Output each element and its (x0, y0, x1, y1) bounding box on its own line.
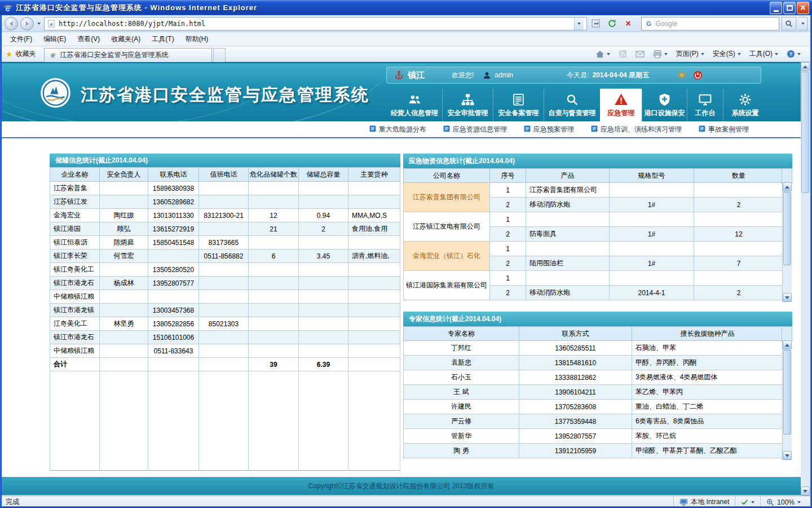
search-button[interactable] (782, 17, 797, 30)
table-row[interactable]: 中储粮镇江粮 (50, 290, 400, 304)
subnav-item-3[interactable]: 应急预案管理 (524, 125, 574, 134)
favorites-button[interactable]: ★收藏夹 (0, 49, 42, 59)
home-button[interactable] (592, 48, 614, 60)
nav-item-label: 港口设施保安 (645, 108, 685, 118)
back-button[interactable] (5, 17, 18, 30)
table-row[interactable]: 镇江市港龙石15106101006 (50, 331, 400, 344)
tools-menu-button[interactable]: 工具(O) (746, 47, 782, 60)
table-cell (694, 271, 784, 286)
table-row[interactable]: 陶 勇13912105959甲缩醛、甲基异丁基酮、乙酸乙酯 (404, 444, 783, 458)
table-row[interactable]: 金海宏业（镇江）石化1 (404, 242, 784, 256)
table-cell (100, 344, 148, 358)
scroll-up-button[interactable] (783, 182, 792, 191)
table-row[interactable]: 镇江港国顾弘13615272919212食用油,食用 (50, 222, 400, 236)
nav-item-1[interactable]: 经营人信息管理 (387, 89, 442, 121)
search-options-dropdown[interactable] (798, 17, 807, 30)
address-input[interactable]: e http://localhost:8080/yjpt/Main.html (44, 17, 587, 30)
table-row[interactable]: 江苏镇江发13605289682 (50, 195, 400, 209)
table-row[interactable]: 镇江李长荣何雪宏0511-85688263.45沥青,燃料油, (50, 249, 400, 263)
table-row[interactable]: 石小玉133388128623类易燃液体、4类易燃固体 (404, 370, 783, 385)
supplies-scrollbar[interactable] (782, 182, 792, 302)
column-header: 联系电话 (148, 168, 199, 182)
welcome-text: 欢迎您! (452, 71, 474, 80)
nav-item-6[interactable]: 港口设施保安 (642, 89, 687, 121)
scroll-down-button[interactable] (783, 293, 792, 302)
url-text: http://localhost:8080/yjpt/Main.html (59, 20, 205, 28)
table-row[interactable]: 袁新忠13815481610甲醇、异丙醇、丙酮 (404, 356, 783, 370)
subnav-item-2[interactable]: 应急资源信息管理 (443, 125, 507, 134)
scroll-down-button[interactable] (783, 451, 792, 460)
stop-button[interactable]: × (621, 17, 636, 30)
table-cell (100, 290, 148, 304)
web-page: 江苏省港口安全监管与应急管理系统 镇江 欢迎您! admin 今天是: 2014… (2, 62, 801, 496)
new-tab-button[interactable] (213, 48, 226, 62)
table-row[interactable]: 许建民13705283608重油、白蜡油、丁二烯 (404, 400, 783, 414)
form-icon (699, 125, 705, 134)
table-row[interactable]: 镇江奇美化工13505280520 (50, 263, 400, 277)
page-menu-button[interactable]: 页面(P) (673, 47, 708, 60)
menu-item-6[interactable]: 帮助(H) (180, 32, 214, 46)
feeds-button[interactable] (615, 48, 630, 60)
page-scrollbar[interactable] (801, 62, 810, 496)
scroll-up-button[interactable] (801, 62, 810, 71)
table-row[interactable]: 严云修137753594486类毒害品、8类腐蚀品 (404, 414, 783, 429)
scroll-thumb[interactable] (783, 192, 791, 265)
table-row[interactable]: 镇江港国际集装箱有限公司1 (404, 271, 784, 286)
history-dropdown[interactable] (37, 23, 41, 25)
menu-item-1[interactable]: 文件(F) (5, 32, 38, 46)
table-row[interactable]: 管新华13952807557苯胺、环己烷 (404, 429, 783, 444)
table-row[interactable]: 合计396.39 (50, 358, 400, 371)
table-row[interactable]: 江苏镇江发电有限公司1 (404, 212, 784, 227)
menu-item-2[interactable]: 编辑(E) (38, 32, 72, 46)
table-row[interactable]: 中储粮镇江粮0511-833643 (50, 344, 400, 358)
search-input[interactable]: G Google (641, 17, 779, 30)
table-row[interactable]: 丁邦红13605285511石脑油、甲苯 (404, 341, 783, 356)
subnav-item-1[interactable]: 重大危险源分布 (369, 125, 426, 134)
city-label: 镇江 (408, 70, 425, 81)
mail-button[interactable] (632, 48, 648, 60)
address-dropdown[interactable] (574, 17, 584, 30)
table-row[interactable]: 江苏索普集15896380938 (50, 182, 400, 195)
minimize-button[interactable] (770, 2, 782, 14)
experts-scrollbar[interactable] (782, 340, 792, 460)
nav-item-2[interactable]: 安全审批管理 (442, 89, 493, 121)
scroll-up-button[interactable] (783, 340, 792, 349)
nav-item-8[interactable]: 系统设置 (723, 89, 767, 121)
column-header: 规格型号 (610, 169, 694, 183)
forward-button[interactable] (20, 17, 34, 30)
scroll-thumb[interactable] (783, 350, 791, 435)
scroll-down-button[interactable] (801, 487, 810, 496)
table-cell (249, 317, 299, 331)
menu-item-3[interactable]: 查看(V) (72, 32, 105, 46)
table-row[interactable]: 镇江恒泰沥陈炳庭1585045154883173665 (50, 236, 400, 249)
refresh-button[interactable] (605, 17, 619, 30)
menu-item-4[interactable]: 收藏夹(A) (105, 32, 146, 46)
printer-icon (653, 50, 662, 59)
nav-item-4[interactable]: 自查与督查管理 (544, 89, 600, 121)
browser-tab[interactable]: e 江苏省港口安全监管与应急管理系统 (44, 48, 212, 62)
nav-item-5[interactable]: 应急管理 (600, 89, 642, 121)
table-row[interactable]: 江苏索普集团有限公司1江苏索普集团有限公司 (404, 183, 784, 198)
print-button[interactable] (650, 48, 671, 60)
table-row[interactable]: 镇江市港龙石杨成林13952807577 (50, 277, 400, 290)
close-button[interactable]: × (797, 2, 809, 14)
nav-item-3[interactable]: 安全备案管理 (493, 89, 544, 121)
table-cell: 2014-4-1 (610, 286, 694, 300)
maximize-button[interactable] (783, 2, 796, 14)
help-button[interactable]: ? (783, 48, 804, 60)
table-row[interactable]: 镇江市港龙镇13003457368 (50, 304, 400, 317)
safety-menu-button[interactable]: 安全(S) (709, 47, 744, 60)
table-row[interactable]: 金海宏业陶红皦1301301133083121300-21120.94MMA,M… (50, 209, 400, 222)
subnav-item-5[interactable]: 事故案例管理 (699, 125, 749, 134)
table-cell: 7 (694, 256, 784, 271)
table-row[interactable]: 王 斌13906104211苯乙烯、甲苯丙 (404, 385, 783, 400)
theme-icon[interactable] (677, 71, 686, 80)
scroll-thumb[interactable] (801, 72, 809, 193)
nav-item-7[interactable]: 工作台 (687, 89, 723, 121)
logout-icon[interactable] (693, 71, 703, 80)
menu-item-5[interactable]: 工具(T) (146, 32, 179, 46)
compatibility-button[interactable] (589, 17, 603, 30)
company-cell: 江苏镇江发电有限公司 (404, 212, 490, 242)
subnav-item-4[interactable]: 应急培训、演练和演习管理 (591, 125, 682, 134)
table-row[interactable]: 江奇美化工林坚勇1380528285685021303 (50, 317, 400, 331)
